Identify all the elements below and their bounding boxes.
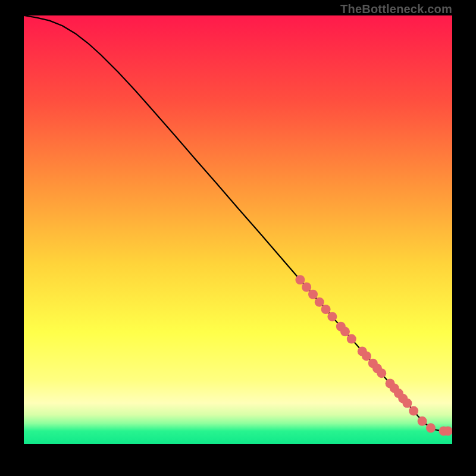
data-point [327, 312, 337, 321]
data-point [426, 423, 436, 433]
watermark-label: TheBottleneck.com [340, 2, 452, 16]
data-point [347, 334, 356, 344]
data-point [362, 351, 371, 361]
data-point [377, 368, 386, 378]
data-point [295, 275, 305, 284]
data-point [409, 406, 418, 416]
data-point [302, 282, 311, 292]
data-point [402, 399, 412, 408]
data-point [315, 298, 324, 307]
data-point [418, 416, 427, 426]
chart-svg [24, 15, 452, 444]
chart-frame: TheBottleneck.com [0, 0, 476, 476]
data-point [340, 327, 350, 336]
data-point [321, 305, 331, 314]
plot-area [24, 15, 452, 444]
data-point [308, 290, 318, 299]
